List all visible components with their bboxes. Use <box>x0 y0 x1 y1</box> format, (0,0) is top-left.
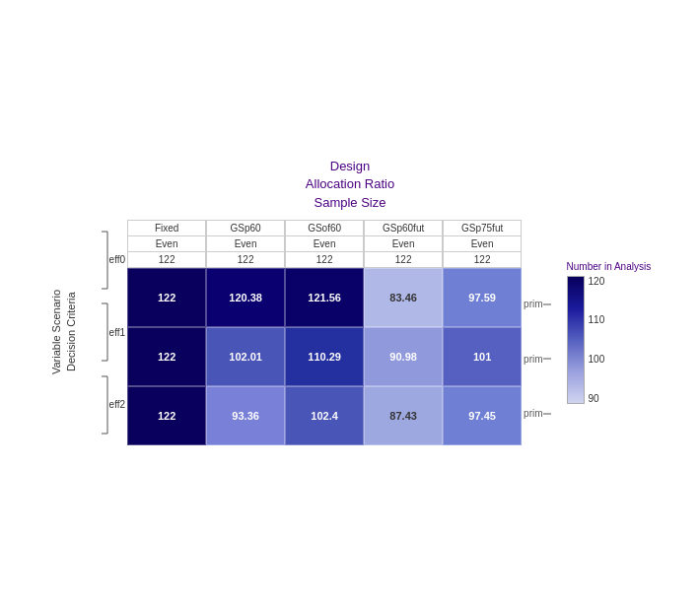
header-ratio-3: Even <box>364 236 443 252</box>
header-size-1: 122 <box>206 252 285 268</box>
cell-2-0: 122 <box>127 386 206 445</box>
title-line1: Design <box>306 158 394 175</box>
header-size-3: 122 <box>364 252 443 268</box>
legend-gradient-bar <box>567 276 585 404</box>
legend-value-100: 100 <box>589 354 605 365</box>
data-rows-container: 122 120.38 121.56 83.46 97.59 122 102.01… <box>127 268 522 445</box>
bracket-svg-eff1 <box>82 302 109 363</box>
legend-title: Number in Analysis <box>567 261 652 272</box>
header-ratio-4: Even <box>443 236 522 252</box>
cell-0-3: 83.46 <box>364 268 443 327</box>
dash-icon-0 <box>543 301 551 308</box>
row-brackets: eff0 eff1 <box>82 224 126 440</box>
prim-label-0: prim <box>524 277 550 331</box>
chart-title: Design Allocation Ratio Sample Size <box>306 158 394 212</box>
header-size-4: 122 <box>443 252 522 268</box>
dash-icon-2 <box>543 410 551 418</box>
cell-2-4: 97.45 <box>443 386 522 445</box>
cell-2-3: 87.43 <box>364 386 443 445</box>
legend-labels: 120 110 100 90 <box>589 276 605 404</box>
cell-1-1: 102.01 <box>206 327 285 386</box>
bracket-svg-eff0 <box>82 230 109 291</box>
table-row: 122 93.36 102.4 87.43 97.45 <box>127 386 522 445</box>
cell-0-2: 121.56 <box>285 268 364 327</box>
main-content: Variable ScenarioDecision Criteria eff0 <box>49 220 651 445</box>
header-ratio-row: Even Even Even Even Even <box>127 236 522 252</box>
header-size-row: 122 122 122 122 122 <box>127 252 522 268</box>
cell-1-3: 90.98 <box>364 327 443 386</box>
scenario-label-eff2: eff2 <box>109 399 126 410</box>
row-bracket-eff1: eff1 <box>82 302 126 363</box>
header-design-3: GSp60fut <box>364 220 443 236</box>
table-row: 122 120.38 121.56 83.46 97.59 <box>127 268 522 327</box>
cell-0-1: 120.38 <box>206 268 285 327</box>
row-bracket-eff0: eff0 <box>82 230 126 291</box>
legend-value-90: 90 <box>589 393 605 404</box>
header-ratio-0: Even <box>127 236 206 252</box>
title-line2: Allocation Ratio <box>306 175 394 193</box>
prim-labels: prim prim prim <box>524 224 550 440</box>
legend-value-120: 120 <box>589 276 605 287</box>
legend-gradient-row: 120 110 100 90 <box>567 276 605 404</box>
row-bracket-eff2: eff2 <box>82 374 126 436</box>
chart-container: Design Allocation Ratio Sample Size Vari… <box>49 158 651 445</box>
legend: Number in Analysis 120 110 100 90 <box>567 261 652 404</box>
cell-2-1: 93.36 <box>206 386 285 445</box>
y-axis-label: Variable ScenarioDecision Criteria <box>49 290 80 374</box>
cell-0-4: 97.59 <box>443 268 522 327</box>
cell-1-4: 101 <box>443 327 522 386</box>
cell-1-0: 122 <box>127 327 206 386</box>
header-design-row: Fixed GSp60 GSof60 GSp60fut GSp75fut <box>127 220 522 236</box>
header-size-2: 122 <box>285 252 364 268</box>
cell-0-0: 122 <box>127 268 206 327</box>
legend-value-110: 110 <box>589 314 605 325</box>
cell-2-2: 102.4 <box>285 386 364 445</box>
title-line3: Sample Size <box>306 194 394 212</box>
header-design-2: GSof60 <box>285 220 364 236</box>
scenario-label-eff0: eff0 <box>109 254 126 265</box>
scenario-label-eff1: eff1 <box>109 327 126 338</box>
grid-area: Fixed GSp60 GSof60 GSp60fut GSp75fut Eve… <box>127 220 522 445</box>
bracket-svg-eff2 <box>82 374 109 436</box>
header-design-0: Fixed <box>127 220 206 236</box>
prim-label-2: prim <box>524 386 550 440</box>
header-size-0: 122 <box>127 252 206 268</box>
table-row: 122 102.01 110.29 90.98 101 <box>127 327 522 386</box>
dash-icon-1 <box>543 355 551 363</box>
cell-1-2: 110.29 <box>285 327 364 386</box>
header-design-4: GSp75fut <box>443 220 522 236</box>
header-design-1: GSp60 <box>206 220 285 236</box>
prim-label-1: prim <box>524 332 550 386</box>
page: Design Allocation Ratio Sample Size Vari… <box>0 0 700 603</box>
header-ratio-1: Even <box>206 236 285 252</box>
header-ratio-2: Even <box>285 236 364 252</box>
